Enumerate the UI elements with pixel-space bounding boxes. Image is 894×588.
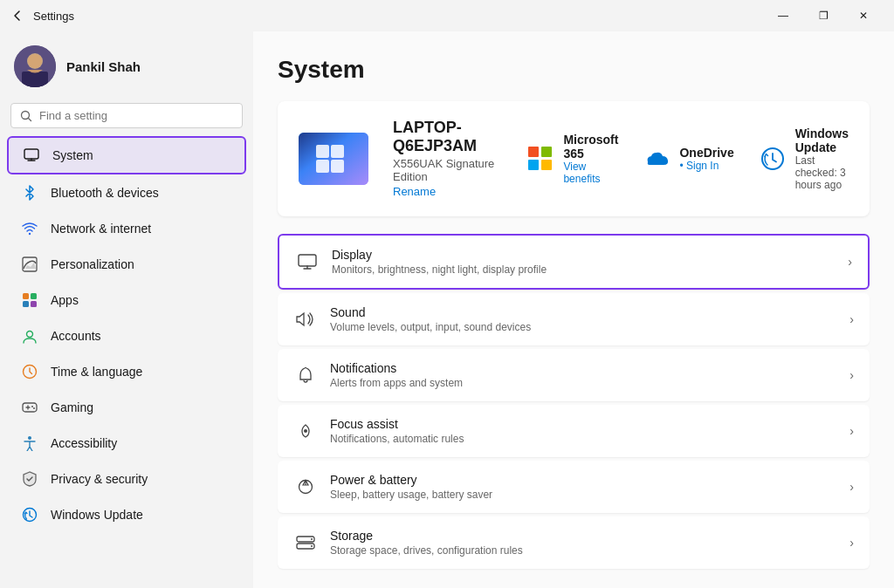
page-title: System: [278, 56, 870, 84]
svg-rect-23: [316, 160, 329, 173]
apps-icon: [21, 291, 38, 309]
sound-desc: Volume levels, output, input, sound devi…: [330, 321, 849, 333]
sidebar-item-accessibility[interactable]: Accessibility: [7, 426, 246, 461]
update-action-text: Windows Update Last checked: 3 hours ago: [795, 126, 849, 191]
power-label: Power & battery: [330, 473, 849, 487]
microsoft365-action[interactable]: Microsoft 365 View benefits: [526, 126, 618, 191]
notifications-label: Notifications: [330, 361, 849, 375]
accessibility-icon: [21, 434, 38, 452]
privacy-icon: [21, 470, 38, 488]
close-button[interactable]: ✕: [843, 3, 884, 29]
bluetooth-icon: [21, 184, 38, 202]
device-thumbnail: [299, 133, 368, 185]
focus-icon: [293, 419, 318, 443]
sound-label: Sound: [330, 305, 849, 319]
settings-item-power[interactable]: Power & battery Sleep, battery usage, ba…: [278, 461, 870, 513]
sidebar-label-apps: Apps: [51, 293, 79, 307]
sidebar-item-accounts[interactable]: Accounts: [7, 318, 246, 353]
sidebar-label-bluetooth: Bluetooth & devices: [51, 186, 159, 200]
svg-point-7: [29, 233, 31, 235]
sidebar: Pankil Shah System: [0, 31, 253, 588]
sidebar-label-accounts: Accounts: [51, 329, 101, 343]
display-icon: [295, 250, 320, 274]
onedrive-subtitle: Sign In: [679, 160, 733, 172]
minimize-button[interactable]: —: [763, 3, 803, 29]
power-desc: Sleep, battery usage, battery saver: [330, 489, 849, 501]
svg-rect-12: [31, 301, 37, 307]
user-profile[interactable]: Pankil Shah: [0, 31, 253, 99]
sidebar-label-windows-update: Windows Update: [51, 508, 143, 522]
titlebar: Settings — ❐ ✕: [0, 0, 894, 31]
focus-desc: Notifications, automatic rules: [330, 433, 849, 445]
onedrive-icon: [643, 145, 670, 173]
svg-point-31: [311, 538, 313, 540]
sidebar-label-gaming: Gaming: [51, 400, 93, 414]
svg-rect-26: [299, 255, 316, 266]
rename-link[interactable]: Rename: [393, 185, 436, 198]
window-title: Settings: [33, 10, 74, 23]
settings-item-sound[interactable]: Sound Volume levels, output, input, soun…: [278, 293, 870, 345]
sidebar-item-gaming[interactable]: Gaming: [7, 390, 246, 425]
focus-label: Focus assist: [330, 417, 849, 431]
notifications-icon: [293, 363, 318, 387]
search-input[interactable]: [39, 109, 233, 122]
microsoft365-title: Microsoft 365: [563, 133, 618, 161]
sidebar-item-network[interactable]: Network & internet: [7, 211, 246, 246]
svg-point-32: [311, 545, 313, 547]
nav-list: System Bluetooth & devices: [0, 135, 253, 533]
svg-point-16: [31, 406, 33, 407]
settings-item-focus[interactable]: Focus assist Notifications, automatic ru…: [278, 405, 870, 457]
sidebar-item-personalization[interactable]: Personalization: [7, 247, 246, 282]
svg-point-4: [28, 54, 42, 68]
display-chevron: ›: [848, 255, 852, 269]
svg-rect-8: [23, 257, 37, 271]
sidebar-label-privacy: Privacy & security: [51, 472, 148, 486]
sidebar-label-personalization: Personalization: [51, 257, 134, 271]
content-area: System: [253, 31, 894, 588]
back-icon[interactable]: [10, 9, 24, 23]
onedrive-action[interactable]: OneDrive Sign In: [643, 126, 733, 191]
focus-chevron: ›: [849, 424, 854, 438]
search-icon: [20, 110, 32, 122]
power-chevron: ›: [849, 480, 854, 494]
windows-update-action[interactable]: Windows Update Last checked: 3 hours ago: [759, 126, 849, 191]
storage-label: Storage: [330, 529, 849, 543]
svg-rect-11: [23, 301, 29, 307]
svg-rect-10: [31, 293, 37, 299]
sidebar-label-network: Network & internet: [51, 222, 151, 236]
display-label: Display: [332, 248, 848, 262]
settings-item-storage[interactable]: Storage Storage space, drives, configura…: [278, 516, 870, 569]
settings-item-display[interactable]: Display Monitors, brightness, night ligh…: [278, 234, 870, 290]
time-icon: [21, 363, 38, 380]
svg-rect-9: [23, 293, 29, 299]
search-box[interactable]: [10, 103, 243, 128]
device-model: X556UAK Signature Edition: [393, 157, 502, 183]
microsoft365-subtitle: View benefits: [563, 161, 618, 185]
microsoft365-text: Microsoft 365 View benefits: [563, 133, 618, 185]
settings-list: Display Monitors, brightness, night ligh…: [278, 234, 870, 569]
sidebar-item-bluetooth[interactable]: Bluetooth & devices: [7, 175, 246, 210]
notifications-chevron: ›: [849, 368, 854, 382]
svg-point-27: [304, 429, 307, 433]
sidebar-item-system[interactable]: System: [7, 136, 246, 174]
onedrive-title: OneDrive: [679, 146, 733, 160]
storage-chevron: ›: [849, 536, 854, 550]
power-icon: [293, 475, 318, 499]
device-quick-actions: Microsoft 365 View benefits OneDrive Sig…: [526, 126, 849, 191]
svg-rect-6: [24, 149, 38, 159]
notifications-desc: Alerts from apps and system: [330, 377, 849, 389]
display-desc: Monitors, brightness, night light, displ…: [332, 263, 848, 276]
sidebar-item-windows-update[interactable]: Windows Update: [7, 497, 246, 532]
gaming-icon: [21, 399, 38, 416]
sidebar-label-system: System: [52, 148, 93, 162]
sidebar-item-privacy[interactable]: Privacy & security: [7, 462, 246, 496]
maximize-button[interactable]: ❐: [803, 3, 843, 29]
svg-rect-22: [331, 145, 344, 158]
svg-rect-21: [316, 145, 329, 158]
network-icon: [21, 220, 38, 237]
settings-item-notifications[interactable]: Notifications Alerts from apps and syste…: [278, 349, 870, 401]
sidebar-item-time[interactable]: Time & language: [7, 354, 246, 389]
avatar: [14, 45, 56, 87]
personalization-icon: [21, 256, 38, 273]
sidebar-item-apps[interactable]: Apps: [7, 283, 246, 318]
